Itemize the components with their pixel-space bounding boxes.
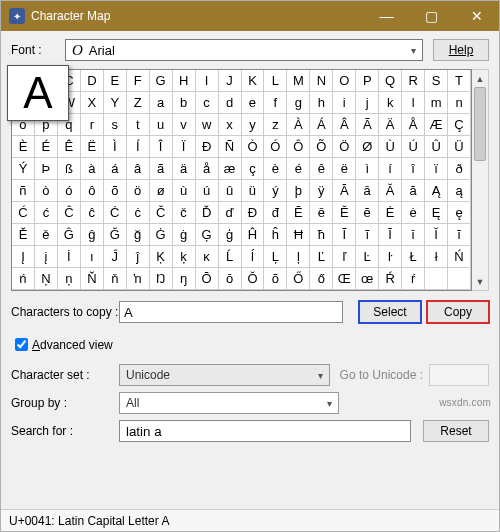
char-cell[interactable]: õ bbox=[104, 180, 127, 202]
char-cell[interactable]: ħ bbox=[310, 224, 333, 246]
char-cell[interactable]: Ŕ bbox=[379, 268, 402, 290]
char-cell[interactable]: ö bbox=[127, 180, 150, 202]
char-cell[interactable]: ņ bbox=[58, 268, 81, 290]
scroll-down-icon[interactable]: ▼ bbox=[472, 273, 488, 290]
char-cell[interactable]: X bbox=[81, 92, 104, 114]
char-cell[interactable]: Ģ bbox=[196, 224, 219, 246]
char-cell[interactable]: å bbox=[196, 158, 219, 180]
char-cell[interactable]: ò bbox=[35, 180, 58, 202]
char-cell[interactable]: n bbox=[448, 92, 471, 114]
char-cell[interactable]: ß bbox=[58, 158, 81, 180]
char-cell[interactable]: ĭ bbox=[448, 224, 471, 246]
char-cell[interactable]: ď bbox=[219, 202, 242, 224]
char-cell[interactable]: M bbox=[287, 70, 310, 92]
char-cell[interactable]: ą bbox=[448, 180, 471, 202]
scroll-track[interactable] bbox=[472, 87, 488, 273]
char-cell[interactable]: ì bbox=[356, 158, 379, 180]
char-cell[interactable]: Œ bbox=[333, 268, 356, 290]
charset-select[interactable]: Unicode ▾ bbox=[119, 364, 330, 386]
char-cell[interactable]: I bbox=[196, 70, 219, 92]
char-cell[interactable]: ķ bbox=[173, 246, 196, 268]
char-cell[interactable]: Ł bbox=[402, 246, 425, 268]
char-cell[interactable]: Q bbox=[379, 70, 402, 92]
char-cell[interactable]: ģ bbox=[219, 224, 242, 246]
char-cell[interactable]: O bbox=[333, 70, 356, 92]
char-cell[interactable]: d bbox=[219, 92, 242, 114]
char-cell[interactable]: Ô bbox=[287, 136, 310, 158]
char-cell[interactable]: č bbox=[173, 202, 196, 224]
char-cell[interactable]: Ď bbox=[196, 202, 219, 224]
char-cell[interactable]: á bbox=[104, 158, 127, 180]
char-cell[interactable]: ä bbox=[173, 158, 196, 180]
char-cell[interactable]: Ę bbox=[425, 202, 448, 224]
char-cell[interactable]: ň bbox=[104, 268, 127, 290]
char-cell[interactable]: û bbox=[219, 180, 242, 202]
char-cell[interactable]: Ĺ bbox=[219, 246, 242, 268]
char-cell[interactable]: P bbox=[356, 70, 379, 92]
char-cell[interactable]: à bbox=[81, 158, 104, 180]
char-cell[interactable]: ý bbox=[264, 180, 287, 202]
char-cell[interactable]: Ö bbox=[333, 136, 356, 158]
char-cell[interactable]: Ò bbox=[242, 136, 265, 158]
char-cell[interactable]: Ã bbox=[356, 114, 379, 136]
char-cell[interactable]: u bbox=[150, 114, 173, 136]
char-cell[interactable]: è bbox=[264, 158, 287, 180]
char-cell[interactable]: ç bbox=[242, 158, 265, 180]
char-cell[interactable]: í bbox=[379, 158, 402, 180]
char-cell[interactable]: w bbox=[196, 114, 219, 136]
char-cell[interactable]: ø bbox=[150, 180, 173, 202]
char-cell[interactable]: Ķ bbox=[150, 246, 173, 268]
char-cell[interactable]: â bbox=[127, 158, 150, 180]
char-cell[interactable]: Ï bbox=[173, 136, 196, 158]
char-cell[interactable]: H bbox=[173, 70, 196, 92]
char-cell[interactable]: Í bbox=[127, 136, 150, 158]
char-cell[interactable]: ŉ bbox=[127, 268, 150, 290]
char-cell[interactable]: y bbox=[242, 114, 265, 136]
char-cell[interactable]: m bbox=[425, 92, 448, 114]
char-cell[interactable]: Â bbox=[333, 114, 356, 136]
char-cell[interactable]: ĥ bbox=[264, 224, 287, 246]
char-cell[interactable]: g bbox=[287, 92, 310, 114]
char-cell[interactable]: Ħ bbox=[287, 224, 310, 246]
copy-input[interactable] bbox=[119, 301, 343, 323]
char-cell[interactable]: R bbox=[402, 70, 425, 92]
char-cell[interactable]: e bbox=[242, 92, 265, 114]
char-cell[interactable]: ë bbox=[333, 158, 356, 180]
char-cell[interactable]: ă bbox=[402, 180, 425, 202]
char-cell[interactable]: ĸ bbox=[196, 246, 219, 268]
char-cell[interactable]: Ľ bbox=[310, 246, 333, 268]
char-cell[interactable]: h bbox=[310, 92, 333, 114]
char-cell[interactable]: Ē bbox=[287, 202, 310, 224]
char-cell[interactable]: Ĝ bbox=[58, 224, 81, 246]
close-button[interactable]: ✕ bbox=[454, 1, 499, 31]
char-cell[interactable]: Ä bbox=[379, 114, 402, 136]
char-cell[interactable]: F bbox=[127, 70, 150, 92]
char-cell[interactable]: ĺ bbox=[242, 246, 265, 268]
char-cell[interactable]: ù bbox=[173, 180, 196, 202]
char-cell[interactable]: ŏ bbox=[264, 268, 287, 290]
char-cell[interactable]: ŀ bbox=[379, 246, 402, 268]
char-cell[interactable]: S bbox=[425, 70, 448, 92]
char-cell[interactable]: i bbox=[333, 92, 356, 114]
char-cell[interactable]: Î bbox=[150, 136, 173, 158]
char-cell[interactable]: ê bbox=[310, 158, 333, 180]
char-cell[interactable]: Ø bbox=[356, 136, 379, 158]
char-cell[interactable]: Ġ bbox=[150, 224, 173, 246]
char-cell[interactable]: æ bbox=[219, 158, 242, 180]
char-cell[interactable]: r bbox=[81, 114, 104, 136]
char-cell[interactable]: À bbox=[287, 114, 310, 136]
char-cell[interactable]: ń bbox=[12, 268, 35, 290]
char-cell[interactable]: Ě bbox=[12, 224, 35, 246]
font-select[interactable]: O Arial ▾ bbox=[65, 39, 423, 61]
char-cell[interactable]: ı bbox=[81, 246, 104, 268]
char-cell[interactable]: Ü bbox=[448, 136, 471, 158]
char-cell[interactable]: Ĩ bbox=[333, 224, 356, 246]
char-cell[interactable]: Õ bbox=[310, 136, 333, 158]
char-cell[interactable] bbox=[448, 268, 471, 290]
char-cell[interactable]: E bbox=[104, 70, 127, 92]
char-cell[interactable]: Ŋ bbox=[150, 268, 173, 290]
char-cell[interactable]: Þ bbox=[35, 158, 58, 180]
char-cell[interactable]: ĝ bbox=[81, 224, 104, 246]
search-input[interactable] bbox=[119, 420, 411, 442]
char-cell[interactable]: Ê bbox=[58, 136, 81, 158]
